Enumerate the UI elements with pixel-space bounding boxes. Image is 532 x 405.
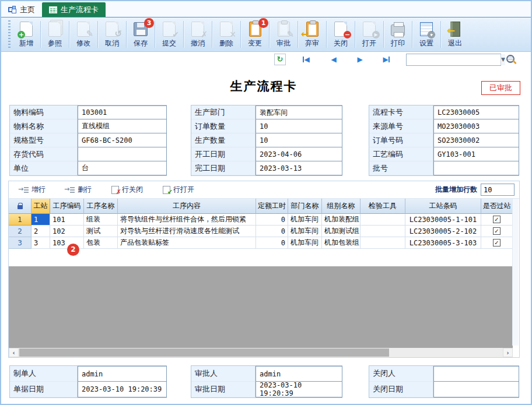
unapprove-button[interactable]: ↩ 弃审	[299, 19, 326, 50]
cell-std-hours[interactable]: 0	[256, 237, 288, 249]
col-header-tool[interactable]: 检验工具	[360, 199, 405, 214]
close-row-button[interactable]: ✗行关闭	[111, 185, 143, 195]
change-badge: 1	[258, 18, 268, 28]
col-header-passed[interactable]: 是否过站	[481, 199, 513, 214]
lock-column-header[interactable]	[9, 199, 32, 214]
modify-button: ✎ 修改	[70, 19, 97, 50]
batch-add-input[interactable]	[481, 184, 514, 196]
batch-no-value[interactable]	[433, 161, 519, 175]
checkbox-checked-icon[interactable]: ✓	[493, 239, 501, 246]
cell-op-content[interactable]: 对导轨与丝杆进行滑动速度各性能测试	[118, 226, 256, 237]
col-header-dept[interactable]: 部门名称	[288, 199, 322, 214]
scrollbar-thumb[interactable]	[19, 348, 389, 357]
finish-date-value[interactable]: 2023-03-13	[256, 161, 342, 175]
cell-op-name[interactable]: 测试	[84, 226, 118, 237]
col-header-barcode[interactable]: 工站条码	[405, 199, 481, 214]
toolbar-grip[interactable]	[8, 20, 10, 48]
process-code-value[interactable]: GY103-001	[433, 147, 519, 161]
doc-date-value[interactable]: 2023-03-10 19:20:39	[78, 381, 167, 397]
unit-value[interactable]: 台	[78, 161, 167, 175]
cell-station[interactable]: 3	[32, 237, 50, 249]
approve-date-value[interactable]: 2023-03-10 19:20:39	[256, 381, 342, 397]
cell-tool[interactable]	[360, 214, 405, 226]
first-record-button[interactable]: ◀	[299, 54, 314, 65]
col-header-op-code[interactable]: 工序编码	[50, 199, 84, 214]
row-number[interactable]: 2	[9, 226, 32, 237]
record-combo-input[interactable]	[407, 54, 501, 65]
tab-home[interactable]: 主页	[1, 2, 42, 17]
col-header-op-content[interactable]: 工序内容	[118, 199, 256, 214]
delete-row-button[interactable]: 删行	[65, 185, 92, 195]
col-header-std-hours[interactable]: 定额工时	[256, 199, 288, 214]
cell-dept[interactable]: 机加车间	[288, 237, 322, 249]
add-row-button[interactable]: 增行	[19, 185, 46, 195]
cell-barcode[interactable]: LC23030005-3-103	[405, 237, 481, 249]
cell-group[interactable]: 机加包装组	[322, 237, 360, 249]
spec-model-value[interactable]: GF68-BC-S200	[78, 133, 167, 147]
prev-record-button[interactable]: ◀	[326, 54, 341, 65]
search-icon[interactable]	[505, 54, 517, 66]
cell-op-content[interactable]: 产品包装贴标签	[118, 237, 256, 249]
exit-button[interactable]: ← 退出	[442, 19, 468, 50]
toolbar-separator	[212, 21, 212, 48]
source-no-value[interactable]: MO23030003	[433, 119, 519, 133]
new-button[interactable]: + 新增	[13, 19, 40, 50]
prod-dept-value[interactable]: 装配车间	[256, 105, 342, 119]
close-doc-button[interactable]: − 关闭	[327, 19, 354, 50]
closer-value[interactable]	[433, 366, 519, 382]
cell-tool[interactable]	[360, 237, 405, 249]
order-no-value[interactable]: SO23030002	[433, 133, 519, 147]
stock-code-value[interactable]	[78, 147, 167, 161]
print-button[interactable]: 打印	[384, 19, 411, 50]
save-button[interactable]: 3 保存	[127, 19, 154, 50]
card-no-value[interactable]: LC23030005	[433, 105, 519, 119]
cell-op-name[interactable]: 组装	[84, 214, 118, 226]
order-qty-value[interactable]: 10	[256, 119, 342, 133]
cell-station[interactable]: 2	[32, 226, 50, 237]
material-name-value[interactable]: 直线模组	[78, 119, 167, 133]
vertical-scrollbar[interactable]	[512, 199, 519, 346]
cell-dept[interactable]: 机加车间	[288, 226, 322, 237]
scroll-right-arrow-icon[interactable]: ›	[503, 348, 513, 357]
row-number[interactable]: 1	[9, 214, 32, 226]
refresh-button[interactable]: ↻	[274, 54, 286, 65]
open-row-button[interactable]: ✔行打开	[163, 185, 194, 195]
cell-barcode[interactable]: LC23030005-1-101	[405, 214, 481, 226]
material-info-group: 物料编码103001 物料名称直线模组 规格型号GF68-BC-S200 存货代…	[9, 105, 167, 176]
cell-op-name[interactable]: 包装	[84, 237, 118, 249]
cell-station[interactable]: 1	[32, 214, 50, 226]
cell-tool[interactable]	[360, 226, 405, 237]
cell-dept[interactable]: 机加车间	[288, 214, 322, 226]
col-header-station[interactable]: 工站	[32, 199, 50, 214]
material-code-value[interactable]: 103001	[78, 105, 167, 119]
field-label: 订单数量	[191, 119, 256, 133]
cell-op-content[interactable]: 将导轨组件与丝杆组件合体，然后用锁紧	[118, 214, 256, 226]
field-label: 物料编码	[10, 105, 78, 119]
close-date-value[interactable]	[433, 381, 519, 397]
creator-value[interactable]: admin	[78, 366, 167, 382]
row-number[interactable]: 3	[9, 237, 32, 249]
prod-qty-value[interactable]: 10	[256, 133, 342, 147]
field-label: 单位	[10, 161, 78, 175]
checkbox-checked-icon[interactable]: ✓	[493, 227, 501, 235]
cell-std-hours[interactable]: 0	[256, 214, 288, 226]
cell-std-hours[interactable]: 0	[256, 226, 288, 237]
change-button[interactable]: 1 变更	[242, 19, 268, 50]
cell-group[interactable]: 机加测试组	[322, 226, 360, 237]
checkbox-checked-icon[interactable]: ✓	[493, 216, 501, 223]
tab-production-process-card[interactable]: 生产流程卡	[42, 2, 106, 17]
settings-button[interactable]: 设置	[413, 19, 440, 50]
cell-op-code[interactable]: 102	[50, 226, 84, 237]
cell-passed: ✓	[481, 226, 513, 237]
last-record-button[interactable]: ▶	[379, 54, 394, 65]
col-header-op-name[interactable]: 工序名称	[84, 199, 118, 214]
approver-value[interactable]: admin	[256, 366, 342, 382]
scroll-left-arrow-icon[interactable]: ‹	[9, 348, 19, 357]
cell-barcode[interactable]: LC23030005-2-102	[405, 226, 481, 237]
cell-group[interactable]: 机加装配组	[322, 214, 360, 226]
start-date-value[interactable]: 2023-04-06	[256, 147, 342, 161]
modify-icon: ✎	[75, 21, 92, 37]
col-header-group[interactable]: 组别名称	[322, 199, 360, 214]
cell-op-code[interactable]: 101	[50, 214, 84, 226]
next-record-button[interactable]: ▶	[352, 54, 368, 65]
